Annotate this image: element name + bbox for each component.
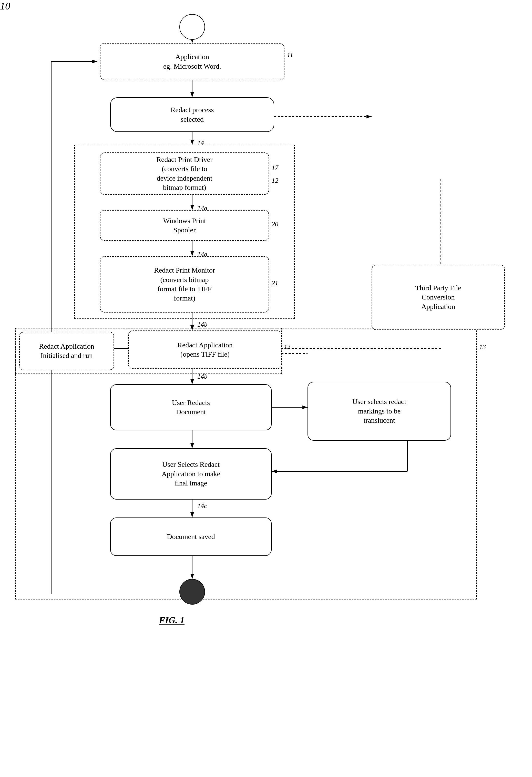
redact-process-node: Redact processselected — [110, 97, 274, 132]
application-node: Applicationeg. Microsoft Word. — [100, 43, 285, 80]
label-10: 10 — [0, 0, 532, 12]
third-party-node: Third Party FileConversionApplication — [371, 265, 505, 330]
application-label: Applicationeg. Microsoft Word. — [163, 52, 221, 71]
redact-process-label: Redact processselected — [171, 105, 214, 124]
outer-dashed-bottom — [15, 328, 476, 599]
redact-print-monitor-label: Redact Print Monitor(converts bitmapform… — [154, 266, 215, 303]
label-20: 20 — [272, 220, 278, 228]
label-14b-1: 14b — [197, 321, 207, 328]
diagram: Applicationeg. Microsoft Word. 11 10 Red… — [0, 0, 532, 777]
label-13b: 13 — [479, 343, 486, 351]
label-17: 17 — [272, 164, 278, 172]
start-circle — [179, 14, 205, 40]
redact-print-driver-label: Redact Print Driver(converts file todevi… — [156, 155, 212, 192]
third-party-label: Third Party FileConversionApplication — [415, 283, 461, 311]
redact-print-driver-node: Redact Print Driver(converts file todevi… — [100, 152, 269, 195]
windows-print-spooler-node: Windows PrintSpooler — [100, 210, 269, 241]
end-circle — [179, 579, 205, 604]
redact-print-monitor-node: Redact Print Monitor(converts bitmapform… — [100, 256, 269, 313]
fig-label: FIG. 1 — [159, 615, 185, 626]
label-11: 11 — [287, 51, 293, 59]
label-12: 12 — [272, 177, 278, 185]
windows-print-spooler-label: Windows PrintSpooler — [163, 216, 206, 235]
label-21: 21 — [272, 279, 278, 287]
